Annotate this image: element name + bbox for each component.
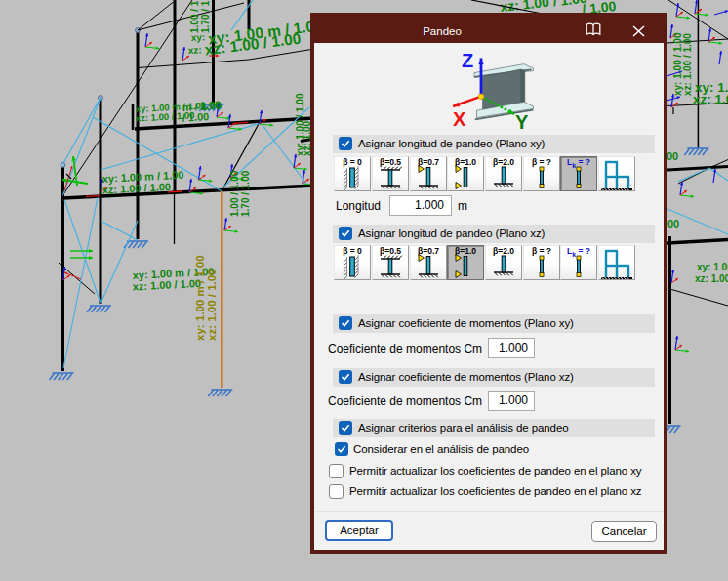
svg-text:1.00 / 1.00: 1.00 / 1.00 [229, 170, 240, 217]
svg-text:1.70 / 1.00: 1.70 / 1.00 [240, 170, 251, 217]
svg-text:1.00 / 1.0: 1.00 / 1.0 [189, 0, 200, 33]
svg-text:xz: 1.0: xz: 1.0 [693, 92, 728, 106]
svg-text:00: 00 [667, 218, 679, 229]
svg-text:Y: Y [515, 111, 529, 131]
svg-text:/ 1.00: / 1.00 [182, 110, 209, 123]
svg-text:1.70 / 1.0: 1.70 / 1.0 [200, 0, 211, 33]
svg-text:xz: 1.00 / 1.00: xz: 1.00 / 1.00 [682, 33, 693, 96]
svg-text:xz: 1.00 / 1.00: xz: 1.00 / 1.00 [132, 277, 201, 293]
svg-text:X: X [453, 108, 466, 130]
svg-text:00: 00 [667, 150, 678, 162]
svg-text:Z: Z [462, 50, 473, 71]
svg-text:xz:: xz: [188, 44, 202, 56]
svg-text:xy: 1 00: xy: 1 00 [697, 262, 728, 272]
svg-text:1.00: 1.00 [199, 99, 221, 111]
svg-text:xy: 1.00 m / 1.00: xy: 1.00 m / 1.00 [194, 255, 206, 341]
svg-text:xz: 1.00 / 1.00: xz: 1.00 / 1.00 [206, 269, 218, 341]
svg-text:xz: 1.00: xz: 1.00 [695, 273, 728, 284]
